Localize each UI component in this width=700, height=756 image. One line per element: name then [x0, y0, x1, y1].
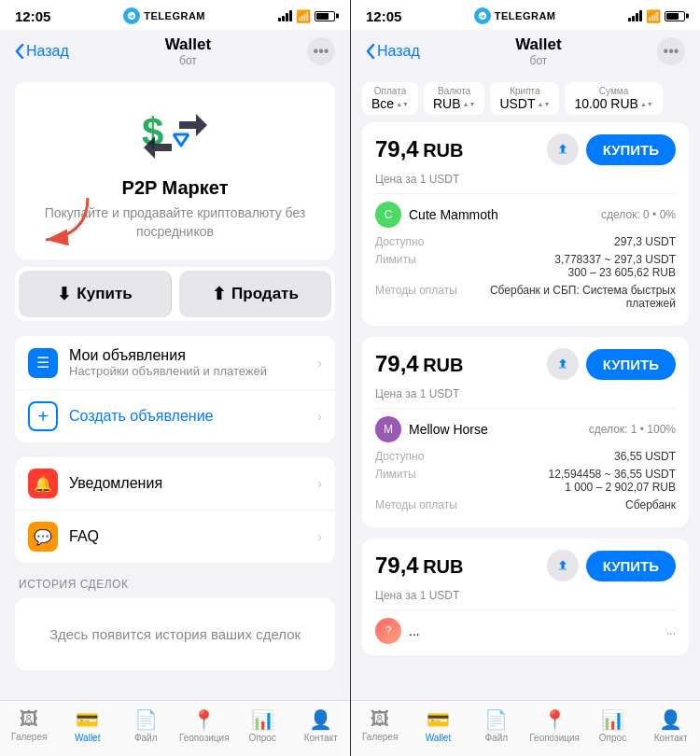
filter-bar: Оплата Все ▲▼ Валюта RUB ▲▼ Крипта USDT …: [351, 75, 700, 122]
file-tab-icon: 📄: [134, 708, 158, 731]
more-button-right[interactable]: •••: [657, 37, 685, 65]
buy-offer-3-button[interactable]: КУПИТЬ: [586, 551, 676, 581]
content-left: $ P2P Маркет Покупайте и продавайте крип…: [0, 75, 350, 700]
offer-card-3: 79,4 RUB КУПИТЬ Цена за 1 USDT: [362, 539, 689, 655]
payment-row-2: Методы оплаты Сбербанк: [375, 498, 676, 511]
seller-info-3: ? ...: [375, 618, 420, 644]
hero-subtitle: Покупайте и продавайте криптовалюту без …: [30, 204, 320, 241]
buy-offer-1-button[interactable]: КУПИТЬ: [586, 134, 676, 165]
seller-row-1: C Cute Mammoth сделок: 0 • 0%: [375, 202, 676, 228]
filter-crypto[interactable]: Крипта USDT ▲▼: [490, 82, 559, 115]
create-listing-item[interactable]: + Создать объявление ›: [15, 390, 335, 442]
time-left: 12:05: [15, 8, 50, 24]
offer-price-3: 79,4 RUB: [375, 553, 464, 579]
status-bar-left: 12:05 TELEGRAM 📶: [0, 0, 350, 30]
notifications-item[interactable]: 🔔 Уведомления ›: [15, 457, 335, 511]
share-button-3[interactable]: [547, 550, 579, 581]
gallery-tab-icon-r: 🖼: [371, 708, 389, 730]
my-listings-item[interactable]: ☰ Мои объявления Настройки объявлений и …: [15, 336, 335, 390]
time-right: 12:05: [366, 8, 401, 24]
offer-card-2: 79,4 RUB КУПИТЬ Цена за 1 USDT: [362, 337, 689, 527]
battery-icon-right: [665, 11, 685, 21]
offer-card-1: 79,4 RUB КУПИТЬ Цена за 1 USDT: [362, 122, 689, 326]
offer-price-2: 79,4 RUB: [375, 351, 464, 377]
buy-sell-container: ⬇ Купить ⬆ Продать: [0, 267, 350, 321]
listings-text: Мои объявления Настройки объявлений и пл…: [69, 347, 317, 378]
filter-payment[interactable]: Оплата Все ▲▼: [362, 82, 418, 115]
status-bar-right: 12:05 TELEGRAM 📶: [351, 0, 700, 30]
filter-amount[interactable]: Сумма 10.00 RUB ▲▼: [565, 82, 662, 115]
tab-geo-right[interactable]: 📍 Геопозиция: [525, 708, 583, 743]
seller-avatar-3: ?: [375, 618, 401, 644]
seller-row-2: M Mellow Horse сделок: 1 • 100%: [375, 416, 676, 442]
faq-label: FAQ: [69, 528, 317, 545]
buy-sell-row: ⬇ Купить ⬆ Продать: [15, 267, 335, 321]
seller-avatar-2: M: [375, 416, 401, 442]
back-button-left[interactable]: Назад: [15, 43, 69, 60]
right-screen: 12:05 TELEGRAM 📶 Назад: [350, 0, 700, 756]
seller-avatar-1: C: [375, 202, 401, 228]
tab-geo-left[interactable]: 📍 Геопозиция: [175, 708, 234, 743]
limits-row-2: Лимиты 12,594458 ~ 36,55 USDT 1 000 – 2 …: [375, 468, 676, 494]
hero-title: P2P Маркет: [30, 177, 320, 199]
listings-icon: ☰: [28, 348, 58, 378]
chevron-faq: ›: [317, 529, 322, 544]
tab-wallet-left[interactable]: 💳 Wallet: [59, 708, 118, 743]
faq-item[interactable]: 💬 FAQ ›: [15, 511, 335, 563]
tab-bar-left: 🖼 Галерея 💳 Wallet 📄 Файл 📍 Геопозиция 📊…: [0, 700, 350, 756]
wallet-tab-icon-r: 💳: [427, 708, 450, 731]
more-button-left[interactable]: •••: [307, 37, 335, 65]
back-button-right[interactable]: Назад: [366, 43, 420, 60]
seller-info-1: C Cute Mammoth: [375, 202, 498, 228]
buy-offer-2-button[interactable]: КУПИТЬ: [586, 349, 676, 380]
telegram-icon-right: [474, 7, 491, 24]
offer-price-1: 79,4 RUB: [375, 136, 464, 162]
tab-wallet-right[interactable]: 💳 Wallet: [409, 708, 467, 743]
file-tab-icon-r: 📄: [484, 708, 508, 731]
faq-icon: 💬: [28, 522, 58, 552]
header-right: Назад Wallet бот •••: [351, 30, 700, 75]
gallery-tab-icon: 🖼: [20, 708, 38, 730]
chevron-listings: ›: [317, 356, 322, 371]
history-empty-card: Здесь появится история ваших сделок: [15, 598, 335, 670]
payment-row-1: Методы оплаты Сбербанк и СБП: Система бы…: [375, 284, 676, 310]
p2p-market-icon: $: [138, 105, 213, 170]
offer-actions-3: КУПИТЬ: [547, 550, 676, 581]
filter-currency[interactable]: Валюта RUB ▲▼: [424, 82, 484, 115]
share-button-2[interactable]: [547, 348, 579, 380]
chevron-create: ›: [317, 409, 322, 424]
carrier-left: TELEGRAM: [144, 10, 205, 21]
contact-tab-icon: 👤: [309, 708, 332, 731]
seller-row-3: ? ... ...: [375, 618, 676, 644]
tab-poll-right[interactable]: 📊 Опрос: [583, 708, 641, 743]
available-row-1: Доступно 297,3 USDT: [375, 235, 676, 248]
tab-poll-left[interactable]: 📊 Опрос: [233, 708, 292, 743]
carrier-right: TELEGRAM: [495, 10, 556, 21]
offer-actions-1: КУПИТЬ: [547, 133, 676, 165]
telegram-icon-left: [123, 7, 140, 24]
tab-gallery-right[interactable]: 🖼 Галерея: [351, 708, 409, 742]
tab-file-left[interactable]: 📄 Файл: [117, 708, 175, 743]
notifications-section: 🔔 Уведомления › 💬 FAQ ›: [15, 457, 335, 563]
seller-info-2: M Mellow Horse: [375, 416, 488, 442]
tab-gallery-left[interactable]: 🖼 Галерея: [0, 708, 59, 742]
history-section: ИСТОРИЯ СДЕЛОК Здесь появится история ва…: [15, 578, 335, 670]
tab-contact-right[interactable]: 👤 Контакт: [642, 708, 700, 743]
header-left: Назад Wallet бот •••: [0, 30, 350, 75]
offer-sub-2: Цена за 1 USDT: [362, 387, 689, 408]
poll-tab-icon-r: 📊: [601, 708, 624, 731]
status-icons-left: 📶: [278, 9, 335, 23]
history-label: ИСТОРИЯ СДЕЛОК: [15, 578, 335, 591]
share-button-1[interactable]: [547, 133, 579, 165]
create-icon: +: [28, 401, 58, 431]
offer-sub-1: Цена за 1 USDT: [362, 173, 689, 193]
notifications-icon: 🔔: [28, 469, 58, 498]
tab-contact-left[interactable]: 👤 Контакт: [292, 708, 351, 743]
tab-file-right[interactable]: 📄 Файл: [468, 708, 525, 743]
tab-bar-right: 🖼 Галерея 💳 Wallet 📄 Файл 📍 Геопозиция 📊…: [351, 700, 700, 756]
offer-header-1: 79,4 RUB КУПИТЬ: [362, 122, 689, 173]
left-screen: 12:05 TELEGRAM 📶 Назад: [0, 0, 350, 756]
sell-button[interactable]: ⬆ Продать: [179, 271, 331, 317]
geo-tab-icon: 📍: [192, 708, 216, 731]
buy-button[interactable]: ⬇ Купить: [19, 271, 172, 317]
